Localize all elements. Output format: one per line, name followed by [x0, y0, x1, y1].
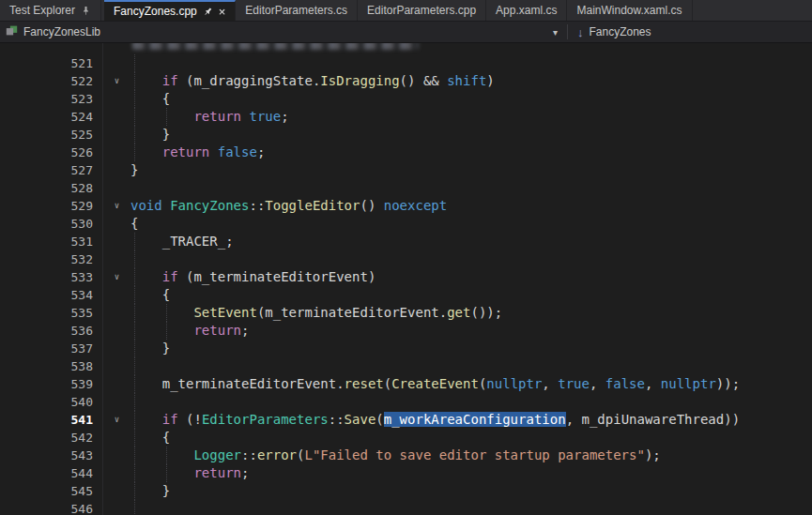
code-text[interactable]: }: [130, 161, 812, 179]
code-line[interactable]: 542 {: [0, 429, 812, 447]
code-text[interactable]: void FancyZones::ToggleEditor() noexcept: [130, 197, 812, 215]
code-text[interactable]: }: [130, 126, 812, 144]
code-token: [209, 144, 217, 159]
code-text[interactable]: _TRACER_;: [130, 233, 812, 250]
code-line[interactable]: 533∨ if (m_terminateEditorEvent): [0, 268, 812, 286]
code-token: (!: [178, 412, 202, 427]
line-number: 544: [0, 464, 103, 482]
project-icon: [6, 24, 18, 39]
tab-fancyzones-cpp[interactable]: FancyZones.cpp×: [104, 0, 236, 21]
code-line[interactable]: 527}: [0, 161, 812, 179]
tab-mainwindow-xaml-cs[interactable]: MainWindow.xaml.cs: [567, 0, 692, 21]
pin-icon[interactable]: [203, 7, 213, 17]
code-text[interactable]: if (!EditorParameters::Save(m_workAreaCo…: [130, 411, 812, 429]
fold-arrow-icon[interactable]: ∨: [115, 272, 119, 281]
code-token: _TRACER_: [162, 234, 225, 249]
tab-test-explorer[interactable]: Test Explorer: [0, 0, 101, 21]
code-line[interactable]: 521: [0, 54, 812, 72]
code-line[interactable]: 529∨void FancyZones::ToggleEditor() noex…: [0, 197, 812, 215]
code-line[interactable]: 540: [0, 393, 812, 411]
code-text[interactable]: return;: [130, 322, 812, 340]
code-line[interactable]: 536 return;: [0, 322, 812, 340]
code-line[interactable]: 528: [0, 179, 812, 197]
code-text[interactable]: }: [130, 340, 812, 357]
code-token: m_terminateEditorEvent: [265, 305, 438, 320]
code-line[interactable]: 537 }: [0, 340, 812, 357]
code-line[interactable]: 545 }: [0, 482, 812, 500]
code-line[interactable]: [0, 43, 812, 54]
code-line[interactable]: 526 return false;: [0, 144, 812, 161]
code-text[interactable]: if (m_draggingState.IsDragging() && shif…: [130, 72, 812, 90]
code-text[interactable]: [130, 393, 812, 411]
code-line[interactable]: 523 {: [0, 90, 812, 108]
code-line[interactable]: 525 }: [0, 126, 812, 144]
fold-arrow-icon[interactable]: ∨: [115, 415, 119, 424]
project-dropdown[interactable]: FancyZonesLib ▾: [0, 22, 567, 42]
code-text[interactable]: Logger::error(L"Failed to save editor st…: [130, 447, 812, 464]
code-line[interactable]: 522∨ if (m_draggingState.IsDragging() &&…: [0, 72, 812, 90]
tab-app-xaml-cs[interactable]: App.xaml.cs: [486, 0, 567, 21]
fold-arrow-icon[interactable]: ∨: [115, 201, 119, 210]
code-line[interactable]: 524 return true;: [0, 108, 812, 126]
code-text[interactable]: {: [130, 286, 812, 304]
code-line[interactable]: 530{: [0, 215, 812, 233]
code-text[interactable]: }: [130, 482, 812, 500]
code-text[interactable]: SetEvent(m_terminateEditorEvent.get());: [130, 304, 812, 322]
code-line[interactable]: 544 return;: [0, 464, 812, 482]
fold-margin: [103, 233, 130, 250]
pin-icon[interactable]: [81, 6, 91, 16]
indent-guide: [134, 108, 135, 126]
fold-arrow-icon[interactable]: ∨: [115, 76, 119, 85]
code-line[interactable]: 538: [0, 357, 812, 375]
code-line[interactable]: 546: [0, 500, 812, 515]
chevron-down-icon[interactable]: ▾: [553, 27, 558, 38]
code-text[interactable]: return;: [130, 464, 812, 482]
code-token: return: [193, 465, 241, 480]
code-token: return: [193, 323, 241, 338]
code-text[interactable]: [130, 250, 812, 268]
code-text[interactable]: if (m_terminateEditorEvent): [130, 268, 812, 286]
code-line[interactable]: 531 _TRACER_;: [0, 233, 812, 250]
code-line[interactable]: 541∨ if (!EditorParameters::Save(m_workA…: [0, 411, 812, 429]
code-line[interactable]: 532: [0, 250, 812, 268]
code-text[interactable]: {: [130, 90, 812, 108]
code-text[interactable]: [130, 54, 812, 72]
line-number: 546: [0, 500, 103, 515]
member-dropdown[interactable]: ↓ FancyZones: [568, 22, 661, 42]
line-number: 526: [0, 144, 103, 161]
code-text[interactable]: [130, 179, 812, 197]
indent-guide: [134, 144, 135, 161]
code-token: ::: [329, 412, 345, 427]
code-text[interactable]: return true;: [130, 108, 812, 126]
code-line[interactable]: 539 m_terminateEditorEvent.reset(CreateE…: [0, 375, 812, 393]
code-token: ,: [566, 412, 582, 427]
line-number: 521: [0, 54, 103, 72]
code-editor[interactable]: 521522∨ if (m_draggingState.IsDragging()…: [0, 43, 812, 515]
fold-margin: [103, 126, 130, 144]
code-token: m_terminateEditorEvent: [193, 269, 367, 284]
code-line[interactable]: 534 {: [0, 286, 812, 304]
code-text[interactable]: m_terminateEditorEvent.reset(CreateEvent…: [130, 375, 812, 393]
code-token: [130, 109, 193, 124]
code-token: true: [249, 109, 281, 124]
code-token: [130, 376, 162, 391]
line-number: 528: [0, 179, 103, 197]
code-line[interactable]: 535 SetEvent(m_terminateEditorEvent.get(…: [0, 304, 812, 322]
fold-margin: [103, 447, 130, 464]
code-token: ::: [241, 447, 257, 462]
code-text[interactable]: [130, 43, 812, 54]
tab-label: App.xaml.cs: [496, 4, 557, 17]
code-text[interactable]: return false;: [130, 144, 812, 161]
code-text[interactable]: [130, 500, 812, 515]
code-token: error: [257, 447, 297, 462]
code-text[interactable]: {: [130, 215, 812, 233]
close-icon[interactable]: ×: [219, 6, 226, 18]
indent-guide: [134, 429, 135, 447]
code-token: (: [178, 269, 194, 284]
code-line[interactable]: 543 Logger::error(L"Failed to save edito…: [0, 447, 812, 464]
tab-editorparameters-cpp[interactable]: EditorParameters.cpp: [358, 0, 486, 21]
code-text[interactable]: {: [130, 429, 812, 447]
code-text[interactable]: [130, 357, 812, 375]
tab-editorparameters-cs[interactable]: EditorParameters.cs: [236, 0, 358, 21]
code-token: if: [162, 412, 178, 427]
